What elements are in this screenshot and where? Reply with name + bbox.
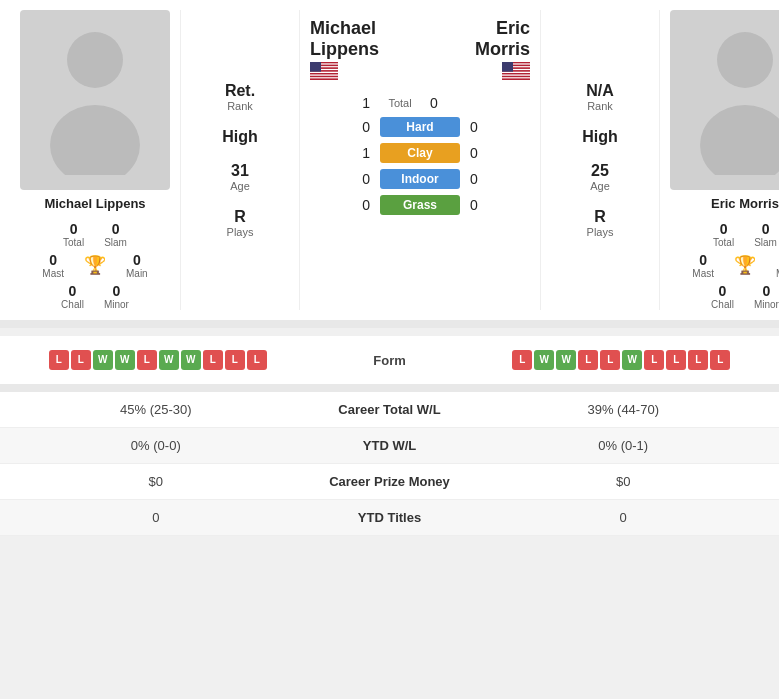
form-section: LLWWLWWLLL Form LWWLLWLLLL [0,336,779,384]
grass-badge: Grass [380,195,460,215]
svg-point-30 [717,32,773,88]
right-high-stat: High [582,128,618,146]
stats-center-2: Career Prize Money [312,464,468,500]
right-stats-row-3: 0 Chall 0 Minor [711,283,779,310]
svg-rect-13 [310,77,338,78]
form-badge-left: W [181,350,201,370]
right-stat-slam: 0 Slam [754,221,777,248]
svg-rect-27 [502,77,530,78]
form-left-badges: LLWWLWWLLL [16,350,300,370]
total-score-row: 1 Total 0 [300,95,540,111]
left-stat-main: 0 Main [126,252,148,279]
form-badge-right: L [688,350,708,370]
right-player-name: Eric Morris [711,196,779,211]
right-stat-total: 0 Total [713,221,734,248]
left-rank-stat: Ret. Rank [225,82,255,112]
left-flag [310,62,338,84]
left-age-stat: 31 Age [230,162,250,192]
center-scores-panel: Michael Lippens Eric Morris [300,10,540,310]
stats-left-3: 0 [0,500,312,536]
form-row: LLWWLWWLLL Form LWWLLWLLLL [16,344,763,376]
stats-right-1: 0% (0-1) [467,428,779,464]
hard-score-left: 0 [300,119,380,135]
clay-score-left: 1 [300,145,380,161]
right-player-stats: 0 Total 0 Slam 0 Mast 🏆 [660,217,779,310]
stats-right-2: $0 [467,464,779,500]
stats-center-3: YTD Titles [312,500,468,536]
left-name-header: Michael Lippens [310,18,442,60]
left-player-card: Michael Lippens 0 Total 0 Slam 0 Mast [10,10,180,310]
flags-row [300,62,540,84]
svg-rect-9 [310,72,338,73]
form-badge-right: L [512,350,532,370]
left-stat-chall: 0 Chall [61,283,84,310]
section-divider-1 [0,320,779,328]
left-plays-stat: R Plays [227,208,254,238]
left-stat-mast: 0 Mast [42,252,64,279]
indoor-score-right: 0 [460,171,540,187]
left-middle-panel: Ret. Rank High 31 Age R Plays [180,10,300,310]
svg-rect-28 [502,79,530,80]
stats-left-1: 0% (0-0) [0,428,312,464]
left-player-stats: 0 Total 0 Slam 0 Mast 🏆 [10,217,180,310]
svg-point-0 [67,32,123,88]
left-stats-row-2: 0 Mast 🏆 0 Main [42,252,147,279]
form-badge-right: L [600,350,620,370]
left-form-badges-container: LLWWLWWLLL [16,350,300,370]
hard-score-right: 0 [460,119,540,135]
left-stats-row-3: 0 Chall 0 Minor [61,283,129,310]
main-container: Michael Lippens 0 Total 0 Slam 0 Mast [0,0,779,536]
right-rank-stat: N/A Rank [586,82,614,112]
svg-point-1 [50,105,140,175]
right-trophy-icon: 🏆 [734,252,756,279]
svg-rect-14 [310,79,338,80]
stats-right-0: 39% (44-70) [467,392,779,428]
right-form-badges-container: LWWLLWLLLL [480,350,764,370]
hard-badge: Hard [380,117,460,137]
right-stat-minor: 0 Minor [754,283,779,310]
form-badge-right: L [578,350,598,370]
form-badge-left: W [93,350,113,370]
right-middle-panel: N/A Rank High 25 Age R Plays [540,10,660,310]
grass-score-right: 0 [460,197,540,213]
total-score-left: 1 [300,95,380,111]
form-badge-right: W [556,350,576,370]
left-high-stat: High [222,128,258,146]
right-age-stat: 25 Age [590,162,610,192]
form-badge-left: L [225,350,245,370]
right-player-card: Eric Morris 0 Total 0 Slam 0 Mast [660,10,779,310]
left-stat-slam: 0 Slam [104,221,127,248]
left-stats-row-1: 0 Total 0 Slam [63,221,127,248]
form-right-badges: LWWLLWLLLL [480,350,764,370]
stats-row: 45% (25-30) Career Total W/L 39% (44-70) [0,392,779,428]
total-score-label: Total [380,97,420,109]
form-badge-right: L [666,350,686,370]
clay-score-right: 0 [460,145,540,161]
indoor-score-row: 0 Indoor 0 [300,169,540,189]
right-stat-chall: 0 Chall [711,283,734,310]
player-section: Michael Lippens 0 Total 0 Slam 0 Mast [0,0,779,320]
left-stat-total: 0 Total [63,221,84,248]
right-stats-row-2: 0 Mast 🏆 0 Main [692,252,779,279]
right-player-avatar [670,10,779,190]
hard-score-row: 0 Hard 0 [300,117,540,137]
svg-rect-12 [310,76,338,77]
stats-row: $0 Career Prize Money $0 [0,464,779,500]
right-stats-row-1: 0 Total 0 Slam [713,221,777,248]
right-plays-stat: R Plays [587,208,614,238]
stats-left-0: 45% (25-30) [0,392,312,428]
form-badge-left: L [247,350,267,370]
svg-rect-26 [502,76,530,77]
stats-right-3: 0 [467,500,779,536]
svg-point-31 [700,105,779,175]
clay-badge: Clay [380,143,460,163]
form-label: Form [300,353,480,368]
svg-rect-15 [310,62,321,72]
stats-center-0: Career Total W/L [312,392,468,428]
form-badge-left: L [137,350,157,370]
svg-rect-11 [310,74,338,75]
form-badge-left: L [49,350,69,370]
stats-row: 0% (0-0) YTD W/L 0% (0-1) [0,428,779,464]
clay-score-row: 1 Clay 0 [300,143,540,163]
right-stat-mast: 0 Mast [692,252,714,279]
